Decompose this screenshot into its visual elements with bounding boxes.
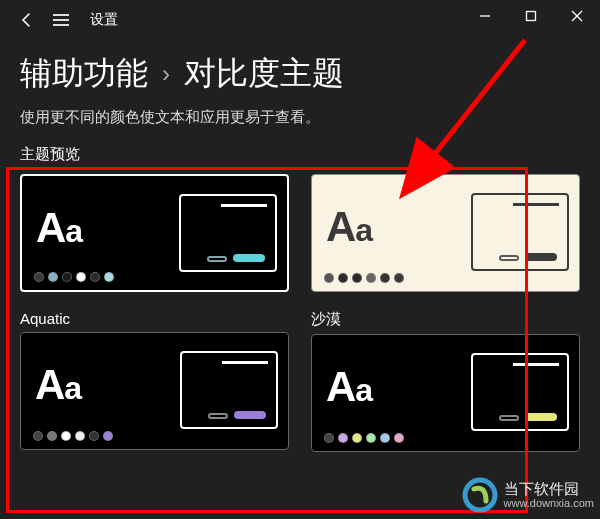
palette-dot [90,272,100,282]
theme-name-label: 沙漠 [311,310,580,329]
maximize-icon [525,10,537,22]
minimize-icon [479,10,491,22]
theme-window-preview [179,194,277,272]
theme-sample-text: Aa [326,203,372,251]
theme-palette [324,433,404,443]
theme-card[interactable]: Aa [20,174,289,292]
palette-dot [34,272,44,282]
menu-button[interactable] [44,3,78,37]
palette-dot [394,273,404,283]
settings-label: 设置 [90,11,118,29]
palette-dot [380,433,390,443]
minimize-button[interactable] [462,0,508,32]
palette-dot [104,272,114,282]
theme-window-preview [180,351,278,429]
palette-dot [380,273,390,283]
watermark: 当下软件园 www.downxia.com [462,477,594,513]
palette-dot [33,431,43,441]
watermark-url: www.downxia.com [504,497,594,509]
svg-point-8 [465,480,495,510]
window-controls [462,0,600,32]
palette-dot [89,431,99,441]
back-button[interactable] [10,3,44,37]
theme-card[interactable]: Aa [311,174,580,292]
theme-name-label: Aquatic [20,310,289,327]
theme-sample-text: Aa [36,204,82,252]
section-label: 主题预览 [20,145,580,164]
page-subtitle: 使用更不同的颜色使文本和应用更易于查看。 [0,100,600,145]
theme-window-preview [471,353,569,431]
arrow-left-icon [19,12,35,28]
theme-window-preview [471,193,569,271]
palette-dot [47,431,57,441]
svg-rect-4 [527,12,536,21]
theme-sample-text: Aa [326,363,372,411]
palette-dot [338,273,348,283]
theme-grid: AaAaAquaticAa沙漠Aa [20,174,580,452]
breadcrumb: 辅助功能 › 对比度主题 [0,40,600,100]
palette-dot [48,272,58,282]
palette-dot [324,273,334,283]
close-icon [571,10,583,22]
palette-dot [352,433,362,443]
content: 主题预览 AaAaAquaticAa沙漠Aa [0,145,600,452]
theme-block: 沙漠Aa [311,310,580,452]
theme-card[interactable]: Aa [20,332,289,450]
page-title: 对比度主题 [184,52,344,96]
theme-sample-text: Aa [35,361,81,409]
theme-block: AquaticAa [20,310,289,452]
palette-dot [61,431,71,441]
palette-dot [352,273,362,283]
titlebar: 设置 [0,0,600,40]
theme-palette [34,272,114,282]
palette-dot [62,272,72,282]
theme-palette [324,273,404,283]
palette-dot [394,433,404,443]
theme-card[interactable]: Aa [311,334,580,452]
palette-dot [338,433,348,443]
watermark-name: 当下软件园 [504,481,594,498]
palette-dot [76,272,86,282]
watermark-logo-icon [462,477,498,513]
theme-block: Aa [20,174,289,292]
palette-dot [324,433,334,443]
breadcrumb-parent[interactable]: 辅助功能 [20,52,148,96]
chevron-right-icon: › [162,60,170,88]
palette-dot [75,431,85,441]
maximize-button[interactable] [508,0,554,32]
close-button[interactable] [554,0,600,32]
theme-block: Aa [311,174,580,292]
palette-dot [366,273,376,283]
hamburger-icon [52,13,70,27]
palette-dot [366,433,376,443]
palette-dot [103,431,113,441]
theme-palette [33,431,113,441]
